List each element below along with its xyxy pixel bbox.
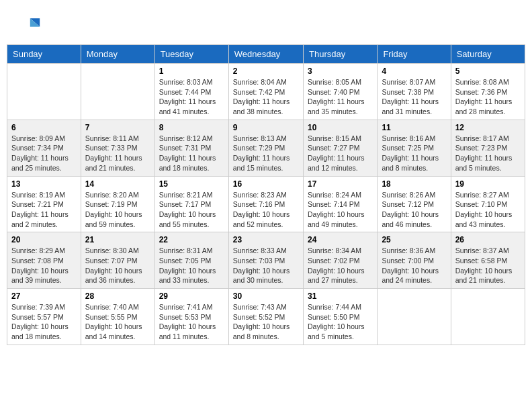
day-number: 5 (455, 66, 521, 76)
calendar-day-header: Saturday (451, 45, 525, 64)
day-info: Sunrise: 8:23 AM Sunset: 7:16 PM Dayligh… (233, 190, 299, 230)
calendar-body: 1Sunrise: 8:03 AM Sunset: 7:44 PM Daylig… (7, 64, 525, 345)
calendar-day-cell: 26Sunrise: 8:37 AM Sunset: 6:58 PM Dayli… (451, 232, 525, 289)
day-number: 28 (85, 291, 150, 301)
day-number: 7 (85, 123, 150, 132)
day-number: 9 (233, 123, 299, 132)
calendar-day-cell: 25Sunrise: 8:36 AM Sunset: 7:00 PM Dayli… (378, 232, 451, 289)
calendar-day-cell: 29Sunrise: 7:41 AM Sunset: 5:53 PM Dayli… (154, 289, 228, 345)
day-info: Sunrise: 8:29 AM Sunset: 7:08 PM Dayligh… (11, 246, 77, 285)
calendar-day-header: Wednesday (228, 45, 303, 64)
calendar-day-cell: 21Sunrise: 8:30 AM Sunset: 7:07 PM Dayli… (81, 232, 154, 289)
logo-icon (17, 13, 41, 38)
day-info: Sunrise: 8:37 AM Sunset: 6:58 PM Dayligh… (455, 246, 521, 285)
calendar-day-cell: 30Sunrise: 7:43 AM Sunset: 5:52 PM Dayli… (228, 289, 303, 345)
day-number: 4 (382, 66, 446, 76)
calendar-day-cell: 5Sunrise: 8:08 AM Sunset: 7:36 PM Daylig… (451, 64, 525, 120)
calendar-day-cell: 3Sunrise: 8:05 AM Sunset: 7:40 PM Daylig… (303, 64, 377, 120)
calendar-day-cell: 20Sunrise: 8:29 AM Sunset: 7:08 PM Dayli… (7, 232, 81, 289)
day-info: Sunrise: 8:36 AM Sunset: 7:00 PM Dayligh… (382, 246, 446, 285)
day-number: 18 (382, 179, 446, 189)
calendar-day-cell: 13Sunrise: 8:19 AM Sunset: 7:21 PM Dayli… (7, 176, 81, 232)
calendar-day-cell: 12Sunrise: 8:17 AM Sunset: 7:23 PM Dayli… (451, 120, 525, 176)
day-info: Sunrise: 8:09 AM Sunset: 7:34 PM Dayligh… (11, 134, 77, 173)
day-info: Sunrise: 7:41 AM Sunset: 5:53 PM Dayligh… (159, 302, 224, 342)
day-info: Sunrise: 8:27 AM Sunset: 7:10 PM Dayligh… (455, 190, 521, 230)
calendar-day-cell: 14Sunrise: 8:20 AM Sunset: 7:19 PM Dayli… (81, 176, 154, 232)
calendar-week-row: 20Sunrise: 8:29 AM Sunset: 7:08 PM Dayli… (7, 232, 525, 289)
day-info: Sunrise: 8:15 AM Sunset: 7:27 PM Dayligh… (308, 134, 373, 173)
day-number: 6 (11, 123, 77, 132)
day-info: Sunrise: 8:16 AM Sunset: 7:25 PM Dayligh… (382, 134, 446, 173)
calendar-week-row: 13Sunrise: 8:19 AM Sunset: 7:21 PM Dayli… (7, 176, 525, 232)
day-info: Sunrise: 8:21 AM Sunset: 7:17 PM Dayligh… (159, 190, 224, 230)
day-info: Sunrise: 8:19 AM Sunset: 7:21 PM Dayligh… (11, 190, 77, 230)
calendar-day-cell (378, 289, 451, 345)
calendar-day-cell: 22Sunrise: 8:31 AM Sunset: 7:05 PM Dayli… (154, 232, 228, 289)
day-number: 19 (455, 179, 521, 189)
calendar-day-cell: 15Sunrise: 8:21 AM Sunset: 7:17 PM Dayli… (154, 176, 228, 232)
day-number: 20 (11, 235, 77, 244)
day-info: Sunrise: 8:20 AM Sunset: 7:19 PM Dayligh… (85, 190, 150, 230)
calendar-day-cell: 23Sunrise: 8:33 AM Sunset: 7:03 PM Dayli… (228, 232, 303, 289)
calendar-day-cell: 27Sunrise: 7:39 AM Sunset: 5:57 PM Dayli… (7, 289, 81, 345)
calendar-day-cell: 11Sunrise: 8:16 AM Sunset: 7:25 PM Dayli… (378, 120, 451, 176)
day-info: Sunrise: 8:34 AM Sunset: 7:02 PM Dayligh… (308, 246, 373, 285)
calendar-day-cell (81, 64, 154, 120)
day-number: 22 (159, 235, 224, 244)
day-number: 3 (308, 66, 373, 76)
day-info: Sunrise: 8:31 AM Sunset: 7:05 PM Dayligh… (159, 246, 224, 285)
day-info: Sunrise: 8:11 AM Sunset: 7:33 PM Dayligh… (85, 134, 150, 173)
day-info: Sunrise: 8:30 AM Sunset: 7:07 PM Dayligh… (85, 246, 150, 285)
day-info: Sunrise: 8:13 AM Sunset: 7:29 PM Dayligh… (233, 134, 299, 173)
day-info: Sunrise: 8:26 AM Sunset: 7:12 PM Dayligh… (382, 190, 446, 230)
day-number: 27 (11, 291, 77, 301)
calendar-day-cell: 8Sunrise: 8:12 AM Sunset: 7:31 PM Daylig… (154, 120, 228, 176)
day-number: 12 (455, 123, 521, 132)
calendar-day-cell: 6Sunrise: 8:09 AM Sunset: 7:34 PM Daylig… (7, 120, 81, 176)
day-number: 31 (308, 291, 373, 301)
calendar-day-cell (451, 289, 525, 345)
day-number: 11 (382, 123, 446, 132)
day-number: 13 (11, 179, 77, 189)
calendar-day-cell: 31Sunrise: 7:44 AM Sunset: 5:50 PM Dayli… (303, 289, 377, 345)
logo (17, 13, 44, 38)
calendar-day-header: Sunday (7, 45, 81, 64)
day-info: Sunrise: 8:04 AM Sunset: 7:42 PM Dayligh… (233, 77, 299, 117)
calendar-week-row: 1Sunrise: 8:03 AM Sunset: 7:44 PM Daylig… (7, 64, 525, 120)
day-number: 17 (308, 179, 373, 189)
calendar-day-cell (7, 64, 81, 120)
day-number: 30 (233, 291, 299, 301)
day-number: 16 (233, 179, 299, 189)
calendar-day-cell: 18Sunrise: 8:26 AM Sunset: 7:12 PM Dayli… (378, 176, 451, 232)
calendar-day-cell: 28Sunrise: 7:40 AM Sunset: 5:55 PM Dayli… (81, 289, 154, 345)
day-number: 23 (233, 235, 299, 244)
day-info: Sunrise: 7:43 AM Sunset: 5:52 PM Dayligh… (233, 302, 299, 342)
page-header (7, 7, 525, 41)
calendar-day-header: Tuesday (154, 45, 228, 64)
day-number: 29 (159, 291, 224, 301)
day-number: 1 (159, 66, 224, 76)
day-info: Sunrise: 7:44 AM Sunset: 5:50 PM Dayligh… (308, 302, 373, 342)
day-number: 24 (308, 235, 373, 244)
calendar-day-header: Friday (378, 45, 451, 64)
day-info: Sunrise: 8:12 AM Sunset: 7:31 PM Dayligh… (159, 134, 224, 173)
calendar-week-row: 6Sunrise: 8:09 AM Sunset: 7:34 PM Daylig… (7, 120, 525, 176)
day-number: 15 (159, 179, 224, 189)
day-number: 2 (233, 66, 299, 76)
day-number: 8 (159, 123, 224, 132)
day-info: Sunrise: 8:03 AM Sunset: 7:44 PM Dayligh… (159, 77, 224, 117)
day-number: 10 (308, 123, 373, 132)
calendar-day-cell: 24Sunrise: 8:34 AM Sunset: 7:02 PM Dayli… (303, 232, 377, 289)
calendar-day-cell: 4Sunrise: 8:07 AM Sunset: 7:38 PM Daylig… (378, 64, 451, 120)
day-number: 14 (85, 179, 150, 189)
day-info: Sunrise: 8:07 AM Sunset: 7:38 PM Dayligh… (382, 77, 446, 117)
calendar-day-header: Monday (81, 45, 154, 64)
day-info: Sunrise: 8:24 AM Sunset: 7:14 PM Dayligh… (308, 190, 373, 230)
day-number: 26 (455, 235, 521, 244)
calendar-day-cell: 19Sunrise: 8:27 AM Sunset: 7:10 PM Dayli… (451, 176, 525, 232)
calendar-day-cell: 2Sunrise: 8:04 AM Sunset: 7:42 PM Daylig… (228, 64, 303, 120)
calendar-table: SundayMondayTuesdayWednesdayThursdayFrid… (7, 44, 525, 345)
calendar-week-row: 27Sunrise: 7:39 AM Sunset: 5:57 PM Dayli… (7, 289, 525, 345)
day-info: Sunrise: 7:40 AM Sunset: 5:55 PM Dayligh… (85, 302, 150, 342)
